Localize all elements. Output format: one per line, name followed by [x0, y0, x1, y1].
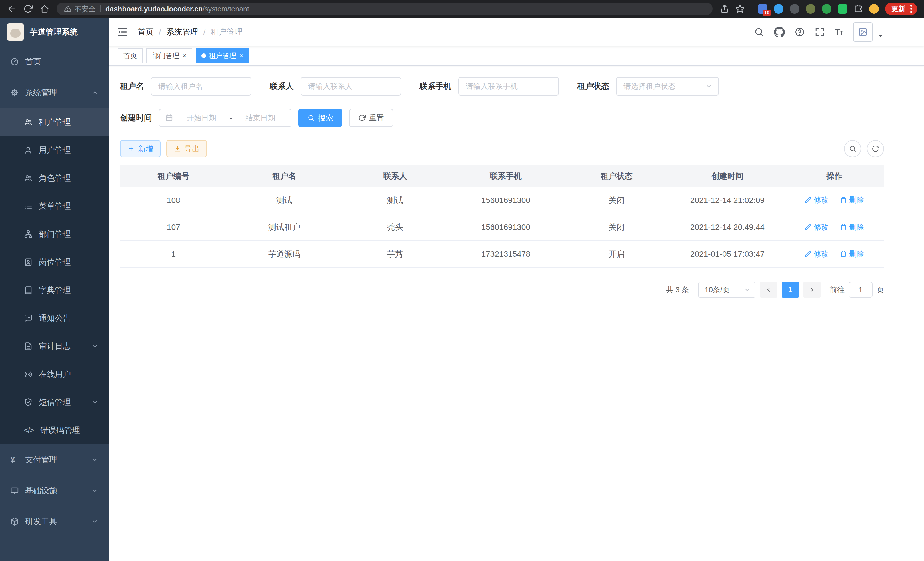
- fullscreen-icon[interactable]: [814, 27, 825, 37]
- avatar[interactable]: [853, 22, 873, 42]
- delete-label: 删除: [849, 222, 864, 232]
- sidebar-item-post[interactable]: 岗位管理: [0, 248, 109, 276]
- sidebar-item-tenant[interactable]: 租户管理: [0, 108, 109, 136]
- calendar-icon: [165, 114, 173, 122]
- delete-button[interactable]: 删除: [840, 222, 864, 232]
- extensions-puzzle-icon[interactable]: [854, 4, 863, 14]
- sidebar-item-audit-log[interactable]: 审计日志: [0, 332, 109, 360]
- export-button[interactable]: 导出: [166, 140, 207, 157]
- bookmark-star-icon[interactable]: [735, 4, 745, 14]
- download-icon: [174, 145, 181, 152]
- tenant-name-input[interactable]: [151, 77, 251, 96]
- next-page-button[interactable]: [803, 282, 820, 298]
- edit-button[interactable]: 修改: [805, 249, 829, 259]
- sidebar-item-user[interactable]: 用户管理: [0, 136, 109, 164]
- security-chip[interactable]: 不安全: [64, 4, 96, 14]
- address-divider: [100, 5, 101, 12]
- browser-chrome: 不安全 dashboard.yudao.iocoder.cn/system/te…: [0, 0, 924, 18]
- search-button-label: 搜索: [318, 113, 333, 123]
- tab-dept[interactable]: 部门管理 ×: [146, 48, 192, 63]
- extension-icon-2[interactable]: [774, 4, 783, 14]
- back-icon[interactable]: [7, 4, 16, 14]
- status-select-placeholder: 请选择租户状态: [623, 81, 675, 92]
- sidebar-item-dept[interactable]: 部门管理: [0, 220, 109, 248]
- date-range-picker[interactable]: 开始日期 - 结束日期: [159, 109, 291, 127]
- search-icon[interactable]: [754, 27, 764, 37]
- phone-input[interactable]: [458, 77, 559, 96]
- edit-label: 修改: [814, 249, 829, 259]
- add-button[interactable]: 新增: [120, 140, 160, 157]
- sidebar-item-menu[interactable]: 菜单管理: [0, 192, 109, 220]
- sidebar-item-system[interactable]: 系统管理: [0, 77, 109, 108]
- browser-menu-icon[interactable]: [908, 5, 914, 13]
- reset-button[interactable]: 重置: [349, 109, 393, 127]
- table-row: 108 测试 测试 15601691300 关闭 2021-12-14 21:0…: [120, 187, 884, 214]
- sidebar-item-infra[interactable]: 基础设施: [0, 475, 109, 506]
- extension-icon-4[interactable]: [806, 4, 815, 14]
- cell-contact: 测试: [341, 187, 448, 214]
- toggle-search-button[interactable]: [844, 140, 861, 157]
- github-icon[interactable]: [774, 27, 785, 38]
- navbar: 首页 / 系统管理 / 租户管理 TT: [109, 18, 924, 46]
- font-size-icon[interactable]: TT: [835, 27, 843, 37]
- edit-button[interactable]: 修改: [805, 195, 829, 205]
- users-icon: [24, 118, 33, 126]
- tab-home[interactable]: 首页: [118, 48, 143, 63]
- extension-icon-6[interactable]: [838, 4, 848, 14]
- address-bar[interactable]: 不安全 dashboard.yudao.iocoder.cn/system/te…: [57, 3, 712, 15]
- tab-tenant[interactable]: 租户管理 ×: [196, 48, 249, 63]
- filter-status: 租户状态 请选择租户状态: [577, 77, 719, 96]
- sidebar-item-role[interactable]: 角色管理: [0, 164, 109, 192]
- page-size-select[interactable]: 10条/页: [698, 282, 755, 298]
- close-icon[interactable]: ×: [239, 52, 243, 59]
- sidebar-item-payment[interactable]: ¥ 支付管理: [0, 444, 109, 475]
- sidebar-item-dict[interactable]: 字典管理: [0, 276, 109, 304]
- reload-icon[interactable]: [23, 4, 33, 14]
- sidebar-item-home[interactable]: 首页: [0, 46, 109, 77]
- chevron-up-icon: [92, 89, 98, 96]
- extension-icon-3[interactable]: [790, 4, 800, 14]
- sidebar-toggle-icon[interactable]: [117, 26, 128, 38]
- filter-phone: 联系手机: [419, 77, 559, 96]
- col-phone: 联系手机: [448, 165, 563, 187]
- goto-page-input[interactable]: [849, 282, 873, 298]
- sidebar-item-devtools[interactable]: 研发工具: [0, 506, 109, 537]
- status-select[interactable]: 请选择租户状态: [616, 77, 719, 96]
- table-header-row: 租户编号 租户名 联系人 联系手机 租户状态 创建时间 操作: [120, 165, 884, 187]
- sidebar-item-online-users[interactable]: 在线用户: [0, 360, 109, 388]
- refresh-table-button[interactable]: [867, 140, 884, 157]
- cell-tenant-name: 测试租户: [227, 214, 341, 241]
- home-icon[interactable]: [40, 4, 49, 14]
- col-tenant-id: 租户编号: [120, 165, 227, 187]
- cell-tenant-id: 1: [120, 241, 227, 268]
- edit-button[interactable]: 修改: [805, 222, 829, 232]
- sidebar: 芋道管理系统 首页 系统管理 租户管理: [0, 18, 109, 561]
- share-icon[interactable]: [720, 4, 729, 14]
- extension-icon-5[interactable]: [822, 4, 831, 14]
- tab-label: 首页: [123, 51, 137, 60]
- system-submenu: 租户管理 用户管理 角色管理 菜单管理: [0, 108, 109, 444]
- sidebar-item-sms[interactable]: 短信管理: [0, 388, 109, 416]
- prev-page-button[interactable]: [760, 282, 777, 298]
- breadcrumb-home[interactable]: 首页: [138, 27, 154, 38]
- browser-profile-avatar[interactable]: [869, 4, 879, 14]
- file-icon: [24, 342, 33, 350]
- help-icon[interactable]: [795, 27, 805, 37]
- update-button[interactable]: 更新: [885, 3, 917, 15]
- monitor-icon: [10, 486, 19, 495]
- close-icon[interactable]: ×: [182, 52, 187, 59]
- active-tab-dot: [201, 53, 206, 58]
- logo[interactable]: 芋道管理系统: [0, 18, 109, 46]
- sidebar-item-notice[interactable]: 通知公告: [0, 304, 109, 332]
- search-button[interactable]: 搜索: [298, 109, 342, 127]
- edit-icon: [805, 197, 812, 204]
- delete-button[interactable]: 删除: [840, 249, 864, 259]
- contact-input[interactable]: [301, 77, 401, 96]
- caret-down-icon[interactable]: [877, 33, 884, 42]
- extension-icon-1[interactable]: 10: [758, 4, 767, 14]
- chevron-down-icon: [705, 83, 712, 90]
- sidebar-item-error-code[interactable]: </> 错误码管理: [0, 416, 109, 444]
- page-button-1[interactable]: 1: [782, 282, 799, 298]
- breadcrumb-system[interactable]: 系统管理: [166, 27, 198, 38]
- delete-button[interactable]: 删除: [840, 195, 864, 205]
